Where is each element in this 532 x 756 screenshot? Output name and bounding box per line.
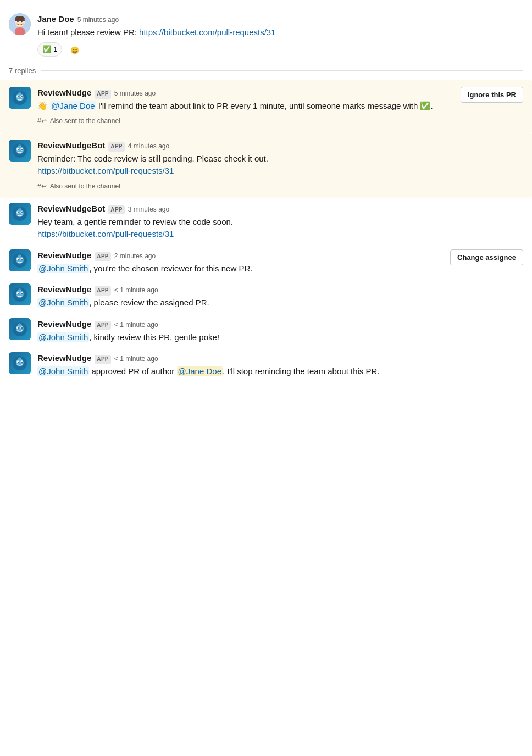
thread-message-3: ReviewNudgeBot APP 3 minutes ago Hey tea… <box>0 198 532 245</box>
svg-point-13 <box>21 96 23 97</box>
sender-name: ReviewNudge <box>37 249 91 262</box>
reactions: ✅ 1 😄+ <box>37 42 523 57</box>
app-badge: APP <box>95 90 110 99</box>
bot-avatar <box>9 352 31 374</box>
avatar <box>9 318 31 340</box>
message-body: ReviewNudge APP < 1 minute ago @John Smi… <box>37 352 523 378</box>
thread-message-2: ReviewNudgeBot APP 4 minutes ago Reminde… <box>0 137 532 180</box>
change-assignee-button[interactable]: Change assignee <box>450 249 523 265</box>
also-sent-row-2: #↩ Also sent to the channel <box>0 180 532 194</box>
svg-point-45 <box>21 293 23 294</box>
add-reaction-icon: 😄+ <box>70 46 82 54</box>
app-badge: APP <box>95 321 110 330</box>
mention-jane-highlight: @Jane Doe <box>177 366 223 376</box>
pr-link[interactable]: https://bitbucket.com/pull-requests/31 <box>139 27 275 37</box>
message-with-action: ReviewNudge APP 5 minutes ago 👋 @Jane Do… <box>37 87 523 113</box>
reaction-checkmark-button[interactable]: ✅ 1 <box>37 42 62 57</box>
thread-message-7: ReviewNudge APP < 1 minute ago @John Smi… <box>0 348 532 382</box>
timestamp: 4 minutes ago <box>128 142 169 152</box>
thread-message-1-wrapper: ReviewNudge APP 5 minutes ago 👋 @Jane Do… <box>0 80 532 133</box>
add-reaction-button[interactable]: 😄+ <box>65 42 87 57</box>
timestamp: < 1 minute ago <box>114 354 158 364</box>
avatar <box>9 284 31 305</box>
svg-point-53 <box>21 327 23 329</box>
svg-point-6 <box>15 23 18 25</box>
sender-name: ReviewNudge <box>37 284 91 296</box>
also-sent-text: Also sent to the channel <box>50 182 120 192</box>
pr-link[interactable]: https://bitbucket.com/pull-requests/31 <box>37 166 174 175</box>
svg-point-21 <box>21 149 23 150</box>
bot-avatar <box>9 249 31 271</box>
svg-point-37 <box>21 259 23 260</box>
message-body: Jane Doe 5 minutes ago Hi team! please r… <box>37 13 523 57</box>
svg-point-5 <box>21 21 23 23</box>
svg-point-28 <box>18 212 19 213</box>
timestamp: 2 minutes ago <box>114 252 156 262</box>
message-text: @John Smith, you're the chosen reviewer … <box>37 263 444 275</box>
also-sent-icon: #↩ <box>37 182 47 192</box>
reaction-count: 1 <box>53 45 57 53</box>
avatar <box>9 249 31 271</box>
svg-point-44 <box>18 293 19 294</box>
svg-point-60 <box>18 362 19 363</box>
message-header: Jane Doe 5 minutes ago <box>37 13 523 25</box>
thread-message-1: ReviewNudge APP 5 minutes ago 👋 @Jane Do… <box>0 85 532 115</box>
svg-point-36 <box>18 259 19 260</box>
message-header: ReviewNudge APP < 1 minute ago <box>37 284 523 296</box>
sender-name: ReviewNudge <box>37 318 91 330</box>
message-text: Hi team! please review PR: https://bitbu… <box>37 26 523 39</box>
svg-point-52 <box>18 327 19 329</box>
message-body: ReviewNudge APP < 1 minute ago @John Smi… <box>37 284 523 309</box>
also-sent-icon: #↩ <box>37 116 47 126</box>
thread-message-6: ReviewNudge APP < 1 minute ago @John Smi… <box>0 314 532 348</box>
svg-point-7 <box>22 23 24 25</box>
message-text: 👋 @Jane Doe I'll remind the team about l… <box>37 100 454 113</box>
message-body: ReviewNudge APP 5 minutes ago 👋 @Jane Do… <box>37 87 454 113</box>
message-body: ReviewNudge APP < 1 minute ago @John Smi… <box>37 318 523 344</box>
message-text: Reminder: The code review is still pendi… <box>37 153 523 177</box>
ignore-pr-button[interactable]: Ignore this PR <box>461 87 523 103</box>
also-sent-row-1: #↩ Also sent to the channel <box>0 114 532 129</box>
reaction-emoji: ✅ <box>42 45 51 53</box>
svg-point-61 <box>21 362 23 363</box>
message-header: ReviewNudgeBot APP 3 minutes ago <box>37 203 523 215</box>
bot-avatar <box>9 140 31 162</box>
thread-message-4: ReviewNudge APP 2 minutes ago @John Smit… <box>0 245 532 280</box>
message-header: ReviewNudgeBot APP 4 minutes ago <box>37 140 523 152</box>
avatar <box>9 352 31 374</box>
svg-point-31 <box>19 207 21 209</box>
timestamp: 5 minutes ago <box>77 15 119 25</box>
also-sent-text: Also sent to the channel <box>50 116 120 126</box>
message-body: ReviewNudgeBot APP 4 minutes ago Reminde… <box>37 140 523 177</box>
sender-name: Jane Doe <box>37 13 74 25</box>
message-text: Hey team, a gentle reminder to review th… <box>37 216 523 241</box>
message-body: ReviewNudge APP 2 minutes ago @John Smit… <box>37 249 444 275</box>
timestamp: < 1 minute ago <box>114 286 158 296</box>
sender-name: ReviewNudgeBot <box>37 140 105 152</box>
svg-point-20 <box>18 149 19 150</box>
message-header: ReviewNudge APP < 1 minute ago <box>37 352 523 364</box>
mention: @Jane Doe <box>50 101 96 110</box>
message-text-before-link: Hi team! please review PR: <box>37 27 139 37</box>
svg-point-55 <box>19 323 21 324</box>
bot-avatar <box>9 284 31 305</box>
sender-name: ReviewNudgeBot <box>37 203 105 215</box>
sender-name: ReviewNudge <box>37 87 91 99</box>
app-badge: APP <box>108 142 124 152</box>
pr-link[interactable]: https://bitbucket.com/pull-requests/31 <box>37 229 174 238</box>
message-header: ReviewNudge APP 5 minutes ago <box>37 87 454 99</box>
divider-line <box>41 70 523 71</box>
message-header: ReviewNudge APP 2 minutes ago <box>37 249 444 262</box>
avatar <box>9 87 31 109</box>
message-body: ReviewNudgeBot APP 3 minutes ago Hey tea… <box>37 203 523 241</box>
svg-point-23 <box>19 144 21 146</box>
bot-avatar <box>9 318 31 340</box>
replies-divider: 7 replies <box>0 61 532 80</box>
bot-avatar <box>9 203 31 225</box>
svg-point-4 <box>17 21 19 23</box>
timestamp: < 1 minute ago <box>114 320 158 330</box>
jane-doe-message: Jane Doe 5 minutes ago Hi team! please r… <box>0 9 532 61</box>
message-header: ReviewNudge APP < 1 minute ago <box>37 318 523 330</box>
thread-message-2-wrapper: ReviewNudgeBot APP 4 minutes ago Reminde… <box>0 133 532 198</box>
svg-point-47 <box>19 288 21 290</box>
